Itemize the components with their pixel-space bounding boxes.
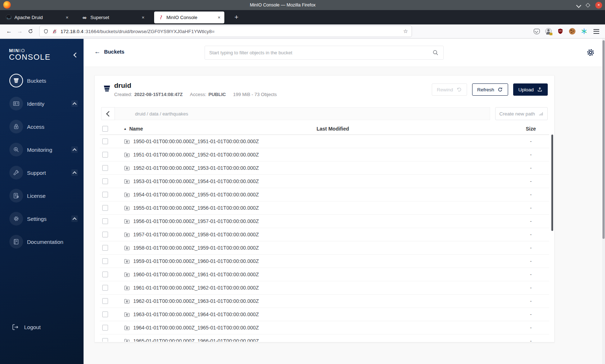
select-all-checkbox[interactable]	[102, 126, 108, 132]
sidebar-collapse-icon[interactable]	[73, 53, 78, 58]
chevron-up-icon[interactable]	[71, 146, 78, 153]
shield-icon[interactable]	[43, 29, 49, 34]
ublock-icon[interactable]: UO	[557, 28, 564, 35]
row-checkbox[interactable]	[102, 232, 108, 237]
path-back-button[interactable]	[101, 107, 115, 120]
sidebar-item-identity[interactable]: Identity	[0, 92, 84, 115]
pocket-icon[interactable]	[534, 29, 540, 34]
sidebar-item-support[interactable]: Support	[0, 161, 84, 184]
window-close-icon[interactable]: ×	[595, 2, 602, 9]
table-row[interactable]: 1957-01-01T00:00:00.000Z_1958-01-01T00:0…	[100, 228, 549, 241]
object-name-cell[interactable]: 1961-01-01T00:00:00.000Z_1962-01-01T00:0…	[124, 285, 317, 291]
refresh-button[interactable]: Refresh	[472, 83, 508, 96]
object-name-cell[interactable]: 1958-01-01T00:00:00.000Z_1959-01-01T00:0…	[124, 245, 317, 251]
account-lock-icon[interactable]	[545, 28, 552, 35]
table-row[interactable]: 1960-01-01T00:00:00.000Z_1961-01-01T00:0…	[100, 268, 549, 281]
window-minimize-icon[interactable]	[577, 3, 581, 7]
bookmark-star-icon[interactable]: ☆	[403, 28, 408, 35]
table-row[interactable]: 1951-01-01T00:00:00.000Z_1952-01-01T00:0…	[100, 148, 549, 161]
object-name-cell[interactable]: 1957-01-01T00:00:00.000Z_1958-01-01T00:0…	[124, 231, 317, 238]
reload-icon[interactable]	[28, 28, 33, 34]
chevron-up-icon[interactable]	[71, 215, 78, 222]
table-row[interactable]: 1953-01-01T00:00:00.000Z_1954-01-01T00:0…	[100, 175, 549, 188]
table-row[interactable]: 1963-01-01T00:00:00.000Z_1964-01-01T00:0…	[100, 308, 549, 321]
insecure-lock-icon[interactable]	[52, 29, 57, 34]
object-name-cell[interactable]: 1952-01-01T00:00:00.000Z_1953-01-01T00:0…	[124, 165, 317, 172]
object-name-cell[interactable]: 1955-01-01T00:00:00.000Z_1956-01-01T00:0…	[124, 205, 317, 211]
search-input[interactable]	[209, 50, 432, 55]
search-icon[interactable]	[432, 49, 439, 56]
object-name-cell[interactable]: 1959-01-01T00:00:00.000Z_1960-01-01T00:0…	[124, 258, 317, 265]
object-name-cell[interactable]: 1962-01-01T00:00:00.000Z_1963-01-01T00:0…	[124, 298, 317, 305]
row-checkbox[interactable]	[102, 272, 108, 277]
column-header-size[interactable]: Size	[512, 126, 549, 132]
row-checkbox[interactable]	[102, 298, 108, 304]
window-maximize-icon[interactable]	[586, 3, 590, 8]
url-bar[interactable]: 172.18.0.4 :31664/buckets/druid/browse/Z…	[40, 26, 412, 37]
row-checkbox[interactable]	[102, 218, 108, 224]
table-row[interactable]: 1958-01-01T00:00:00.000Z_1959-01-01T00:0…	[100, 241, 549, 255]
object-name-cell[interactable]: 1963-01-01T00:00:00.000Z_1964-01-01T00:0…	[124, 311, 317, 318]
row-checkbox[interactable]	[102, 245, 108, 251]
table-row[interactable]: 1954-01-01T00:00:00.000Z_1955-01-01T00:0…	[100, 188, 549, 201]
column-header-name[interactable]: ▲ Name	[124, 126, 317, 132]
object-name-cell[interactable]: 1950-01-01T00:00:00.000Z_1951-01-01T00:0…	[124, 138, 317, 145]
table-row[interactable]: 1952-01-01T00:00:00.000Z_1953-01-01T00:0…	[100, 161, 549, 175]
sidebar-item-logout[interactable]: Logout	[0, 323, 84, 331]
table-row[interactable]: 1962-01-01T00:00:00.000Z_1963-01-01T00:0…	[100, 295, 549, 308]
sidebar-item-buckets[interactable]: Buckets	[0, 69, 84, 92]
row-checkbox[interactable]	[102, 311, 108, 317]
row-checkbox[interactable]	[102, 152, 108, 158]
create-new-path-button[interactable]: Create new path	[495, 107, 548, 120]
object-name-cell[interactable]: 1953-01-01T00:00:00.000Z_1954-01-01T00:0…	[124, 178, 317, 185]
sidebar-item-documentation[interactable]: Documentation	[0, 230, 84, 253]
sidebar-item-monitoring[interactable]: Monitoring	[0, 138, 84, 161]
close-tab-icon[interactable]: ×	[141, 15, 145, 20]
table-row[interactable]: 1955-01-01T00:00:00.000Z_1956-01-01T00:0…	[100, 201, 549, 215]
chevron-up-icon[interactable]	[71, 169, 78, 176]
table-row[interactable]: 1961-01-01T00:00:00.000Z_1962-01-01T00:0…	[100, 281, 549, 295]
cookie-icon[interactable]	[569, 28, 575, 35]
column-header-last-modified[interactable]: Last Modified	[317, 126, 512, 132]
table-row[interactable]: 1950-01-01T00:00:00.000Z_1951-01-01T00:0…	[100, 135, 549, 148]
close-tab-icon[interactable]: ×	[217, 15, 221, 20]
tab-apache-druid[interactable]: Apache Druid ×	[2, 12, 72, 23]
row-checkbox[interactable]	[102, 178, 108, 184]
object-name-cell[interactable]: 1960-01-01T00:00:00.000Z_1961-01-01T00:0…	[124, 271, 317, 278]
row-checkbox[interactable]	[102, 285, 108, 291]
sidebar-item-settings[interactable]: Settings	[0, 207, 84, 230]
menu-icon[interactable]	[593, 28, 600, 35]
rewind-button[interactable]: Rewind	[432, 83, 467, 96]
object-name-cell[interactable]: 1964-01-01T00:00:00.000Z_1965-01-01T00:0…	[124, 324, 317, 331]
sidebar-item-access[interactable]: Access	[0, 115, 84, 138]
tab-minio-console[interactable]: MinIO Console ×	[154, 12, 224, 23]
row-checkbox[interactable]	[102, 192, 108, 197]
object-name-cell[interactable]: 1956-01-01T00:00:00.000Z_1957-01-01T00:0…	[124, 218, 317, 225]
row-checkbox[interactable]	[102, 205, 108, 211]
table-row[interactable]: 1959-01-01T00:00:00.000Z_1960-01-01T00:0…	[100, 255, 549, 268]
upload-button[interactable]: Upload	[513, 83, 548, 96]
object-name-cell[interactable]: 1954-01-01T00:00:00.000Z_1955-01-01T00:0…	[124, 191, 317, 198]
breadcrumb[interactable]: druid / data / earthquakes	[115, 107, 490, 120]
table-row[interactable]: 1964-01-01T00:00:00.000Z_1965-01-01T00:0…	[100, 321, 549, 335]
row-checkbox[interactable]	[102, 258, 108, 264]
row-checkbox[interactable]	[102, 165, 108, 171]
back-button[interactable]: ←	[4, 28, 14, 35]
table-row[interactable]: 1956-01-01T00:00:00.000Z_1957-01-01T00:0…	[100, 215, 549, 228]
page-scrollbar-thumb[interactable]	[602, 40, 605, 239]
settings-gear-icon[interactable]	[586, 47, 596, 59]
row-checkbox[interactable]	[102, 138, 108, 144]
table-row[interactable]: 1965-01-01T00:00:00.000Z_1966-01-01T00:0…	[100, 335, 549, 342]
sidebar-item-license[interactable]: License	[0, 184, 84, 207]
multi-account-containers-icon[interactable]	[581, 28, 587, 35]
page-scrollbar[interactable]	[602, 39, 605, 364]
tab-superset[interactable]: ∞ Superset ×	[78, 12, 148, 23]
forward-button[interactable]: →	[14, 28, 25, 35]
close-tab-icon[interactable]: ×	[65, 15, 69, 20]
object-name-cell[interactable]: 1951-01-01T00:00:00.000Z_1952-01-01T00:0…	[124, 151, 317, 158]
row-checkbox[interactable]	[102, 325, 108, 331]
new-tab-button[interactable]: +	[232, 13, 241, 21]
table-scrollbar-thumb[interactable]	[551, 135, 553, 231]
row-checkbox[interactable]	[102, 338, 108, 342]
back-to-buckets-link[interactable]: ← Buckets	[94, 49, 124, 55]
